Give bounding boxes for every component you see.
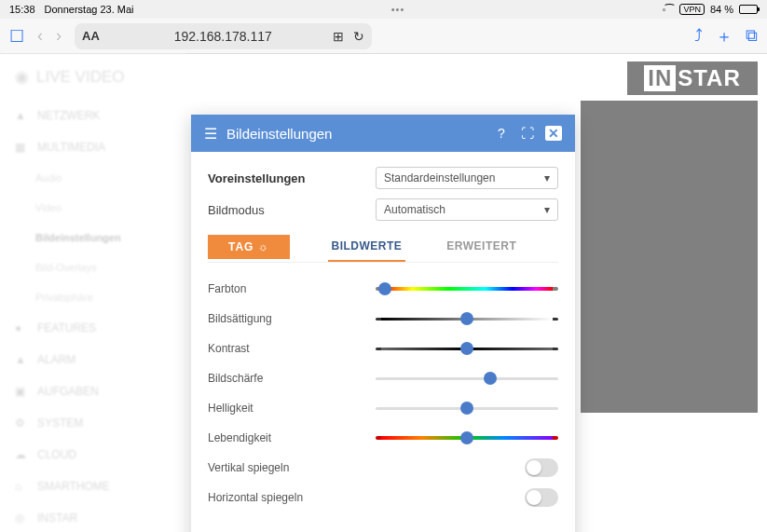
- status-bar: 15:38 Donnerstag 23. Mai ••• ◦⁀ VPN 84 %: [0, 0, 767, 19]
- close-icon[interactable]: ✕: [545, 126, 562, 141]
- image-settings-modal: ☰ Bildeinstellungen ? ⛶ ✕ Voreinstellung…: [191, 115, 575, 532]
- vflip-toggle[interactable]: [525, 458, 558, 477]
- status-date: Donnerstag 23. Mai: [45, 4, 134, 15]
- reader-aa-icon[interactable]: AA: [82, 29, 100, 43]
- presets-label: Voreinstellungen: [208, 171, 376, 185]
- status-time: 15:38: [9, 4, 35, 15]
- hflip-toggle[interactable]: [525, 488, 558, 507]
- slider-thumb[interactable]: [460, 342, 473, 355]
- tag-button[interactable]: TAG ☼: [208, 235, 290, 259]
- brightness-slider[interactable]: [376, 407, 558, 410]
- browser-toolbar: ☐ ‹ › AA 192.168.178.117 ⊞ ↻ ⤴ ＋ ⧉: [0, 19, 767, 54]
- settings-icon: ☰: [204, 125, 217, 143]
- hue-label: Farbton: [208, 282, 376, 295]
- slider-thumb[interactable]: [460, 312, 473, 325]
- mode-label: Bildmodus: [208, 203, 376, 217]
- sharpness-slider[interactable]: [376, 377, 558, 380]
- expand-icon[interactable]: ⛶: [519, 126, 536, 141]
- vibrance-slider[interactable]: [376, 436, 558, 440]
- extensions-icon[interactable]: ⊞: [333, 29, 344, 44]
- vpn-badge: VPN: [679, 4, 705, 15]
- tabs-icon[interactable]: ⧉: [746, 26, 758, 46]
- sidebar-toggle-icon[interactable]: ☐: [9, 26, 24, 47]
- chevron-down-icon: ▾: [544, 171, 550, 184]
- brightness-label: Helligkeit: [208, 402, 376, 415]
- hue-slider[interactable]: [376, 287, 558, 291]
- vflip-label: Vertikal spiegeln: [208, 461, 376, 474]
- vibrance-label: Lebendigkeit: [208, 431, 376, 444]
- battery-percent: 84 %: [710, 4, 733, 15]
- battery-icon: [739, 5, 758, 14]
- saturation-label: Bildsättigung: [208, 312, 376, 325]
- saturation-slider[interactable]: [376, 318, 558, 321]
- help-icon[interactable]: ?: [493, 126, 510, 141]
- slider-thumb[interactable]: [484, 372, 497, 385]
- new-tab-icon[interactable]: ＋: [716, 25, 733, 48]
- slider-thumb[interactable]: [460, 431, 473, 444]
- sharpness-label: Bildschärfe: [208, 372, 376, 385]
- hflip-label: Horizontal spiegeln: [208, 491, 376, 504]
- wifi-icon: ◦⁀: [663, 4, 675, 16]
- url-text: 192.168.178.117: [174, 29, 272, 44]
- reload-icon[interactable]: ↻: [353, 29, 364, 44]
- tab-erweitert[interactable]: ERWEITERT: [443, 232, 520, 262]
- modal-title: Bildeinstellungen: [226, 126, 484, 142]
- multitask-dots-icon: •••: [391, 4, 405, 15]
- forward-icon[interactable]: ›: [56, 26, 62, 46]
- chevron-down-icon: ▾: [544, 203, 550, 216]
- share-icon[interactable]: ⤴: [694, 26, 703, 46]
- modal-header: ☰ Bildeinstellungen ? ⛶ ✕: [191, 115, 575, 152]
- contrast-slider[interactable]: [376, 348, 558, 350]
- back-icon[interactable]: ‹: [37, 26, 43, 46]
- presets-select[interactable]: Standardeinstellungen ▾: [376, 167, 558, 189]
- mode-select[interactable]: Automatisch ▾: [376, 198, 558, 221]
- url-field[interactable]: AA 192.168.178.117 ⊞ ↻: [75, 23, 372, 49]
- tab-bildwerte[interactable]: BILDWERTE: [328, 232, 406, 262]
- slider-thumb[interactable]: [378, 282, 391, 295]
- contrast-label: Kontrast: [208, 342, 376, 355]
- slider-thumb[interactable]: [460, 402, 473, 415]
